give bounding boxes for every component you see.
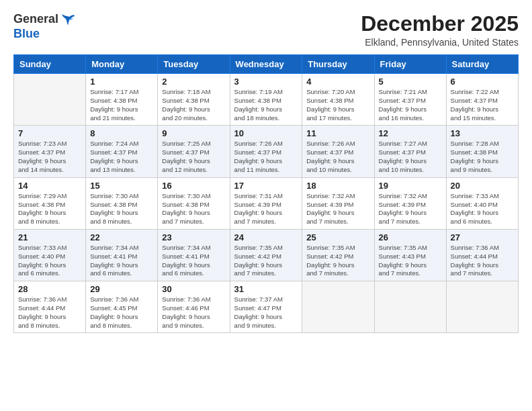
table-cell	[302, 281, 374, 333]
day-number: 3	[234, 77, 298, 87]
title-block: December 2025 Elkland, Pennsylvania, Uni…	[361, 12, 519, 48]
day-info: Sunrise: 7:21 AM Sunset: 4:37 PM Dayligh…	[379, 88, 442, 122]
page-header: General Blue December 2025 Elkland, Penn…	[13, 12, 519, 48]
table-cell: 26Sunrise: 7:35 AM Sunset: 4:43 PM Dayli…	[374, 229, 446, 281]
table-cell: 29Sunrise: 7:36 AM Sunset: 4:45 PM Dayli…	[86, 281, 158, 333]
day-info: Sunrise: 7:35 AM Sunset: 4:42 PM Dayligh…	[306, 244, 369, 278]
day-number: 2	[162, 77, 225, 87]
logo-general: General	[13, 12, 58, 26]
table-cell: 11Sunrise: 7:26 AM Sunset: 4:37 PM Dayli…	[302, 126, 374, 177]
calendar-week-row: 14Sunrise: 7:29 AM Sunset: 4:38 PM Dayli…	[14, 177, 519, 229]
month-title: December 2025	[361, 12, 519, 36]
table-cell: 3Sunrise: 7:19 AM Sunset: 4:38 PM Daylig…	[230, 74, 302, 126]
table-cell: 23Sunrise: 7:34 AM Sunset: 4:41 PM Dayli…	[158, 229, 230, 281]
table-cell: 22Sunrise: 7:34 AM Sunset: 4:41 PM Dayli…	[86, 229, 158, 281]
table-cell	[374, 281, 446, 333]
day-number: 25	[306, 232, 369, 242]
day-info: Sunrise: 7:31 AM Sunset: 4:39 PM Dayligh…	[234, 192, 298, 226]
col-wednesday: Wednesday	[230, 55, 302, 74]
day-number: 1	[90, 77, 153, 87]
calendar-week-row: 1Sunrise: 7:17 AM Sunset: 4:38 PM Daylig…	[14, 74, 519, 126]
table-cell: 28Sunrise: 7:36 AM Sunset: 4:44 PM Dayli…	[14, 281, 86, 333]
day-info: Sunrise: 7:17 AM Sunset: 4:38 PM Dayligh…	[90, 88, 153, 122]
day-info: Sunrise: 7:25 AM Sunset: 4:37 PM Dayligh…	[162, 140, 225, 174]
day-number: 23	[162, 232, 225, 242]
day-info: Sunrise: 7:26 AM Sunset: 4:37 PM Dayligh…	[306, 140, 369, 174]
day-number: 11	[306, 128, 369, 138]
day-number: 24	[234, 232, 298, 242]
day-info: Sunrise: 7:19 AM Sunset: 4:38 PM Dayligh…	[234, 88, 298, 122]
table-cell: 17Sunrise: 7:31 AM Sunset: 4:39 PM Dayli…	[230, 177, 302, 229]
day-number: 16	[162, 181, 225, 191]
day-number: 28	[18, 284, 81, 294]
table-cell: 25Sunrise: 7:35 AM Sunset: 4:42 PM Dayli…	[302, 229, 374, 281]
table-cell: 30Sunrise: 7:36 AM Sunset: 4:46 PM Dayli…	[158, 281, 230, 333]
day-number: 19	[379, 181, 442, 191]
logo-bird-icon	[61, 13, 76, 27]
table-cell: 4Sunrise: 7:20 AM Sunset: 4:38 PM Daylig…	[302, 74, 374, 126]
table-cell: 10Sunrise: 7:26 AM Sunset: 4:37 PM Dayli…	[230, 126, 302, 177]
day-info: Sunrise: 7:27 AM Sunset: 4:37 PM Dayligh…	[379, 140, 442, 174]
table-cell: 27Sunrise: 7:36 AM Sunset: 4:44 PM Dayli…	[446, 229, 518, 281]
table-cell	[446, 281, 518, 333]
table-cell: 20Sunrise: 7:33 AM Sunset: 4:40 PM Dayli…	[446, 177, 518, 229]
day-number: 18	[306, 181, 369, 191]
calendar-week-row: 7Sunrise: 7:23 AM Sunset: 4:37 PM Daylig…	[14, 126, 519, 177]
day-info: Sunrise: 7:24 AM Sunset: 4:37 PM Dayligh…	[90, 140, 153, 174]
col-tuesday: Tuesday	[158, 55, 230, 74]
col-monday: Monday	[86, 55, 158, 74]
table-cell: 6Sunrise: 7:22 AM Sunset: 4:37 PM Daylig…	[446, 74, 518, 126]
day-info: Sunrise: 7:20 AM Sunset: 4:38 PM Dayligh…	[306, 88, 369, 122]
table-cell: 1Sunrise: 7:17 AM Sunset: 4:38 PM Daylig…	[86, 74, 158, 126]
logo-blue: Blue	[13, 27, 58, 41]
day-info: Sunrise: 7:30 AM Sunset: 4:38 PM Dayligh…	[162, 192, 225, 226]
day-info: Sunrise: 7:22 AM Sunset: 4:37 PM Dayligh…	[451, 88, 514, 122]
day-number: 15	[90, 181, 153, 191]
table-cell	[14, 74, 86, 126]
day-number: 14	[18, 181, 81, 191]
day-number: 10	[234, 128, 298, 138]
col-saturday: Saturday	[446, 55, 518, 74]
table-cell: 15Sunrise: 7:30 AM Sunset: 4:38 PM Dayli…	[86, 177, 158, 229]
location: Elkland, Pennsylvania, United States	[361, 37, 519, 48]
table-cell: 16Sunrise: 7:30 AM Sunset: 4:38 PM Dayli…	[158, 177, 230, 229]
table-cell: 5Sunrise: 7:21 AM Sunset: 4:37 PM Daylig…	[374, 74, 446, 126]
day-number: 21	[18, 232, 81, 242]
col-friday: Friday	[374, 55, 446, 74]
day-info: Sunrise: 7:32 AM Sunset: 4:39 PM Dayligh…	[306, 192, 369, 226]
day-number: 8	[90, 128, 153, 138]
day-info: Sunrise: 7:26 AM Sunset: 4:37 PM Dayligh…	[234, 140, 298, 174]
calendar-page: General Blue December 2025 Elkland, Penn…	[0, 0, 532, 411]
day-info: Sunrise: 7:36 AM Sunset: 4:46 PM Dayligh…	[162, 295, 225, 330]
day-info: Sunrise: 7:37 AM Sunset: 4:47 PM Dayligh…	[234, 295, 298, 330]
calendar-table: Sunday Monday Tuesday Wednesday Thursday…	[13, 54, 519, 333]
table-cell: 24Sunrise: 7:35 AM Sunset: 4:42 PM Dayli…	[230, 229, 302, 281]
table-cell: 8Sunrise: 7:24 AM Sunset: 4:37 PM Daylig…	[86, 126, 158, 177]
day-info: Sunrise: 7:29 AM Sunset: 4:38 PM Dayligh…	[18, 192, 81, 226]
day-number: 9	[162, 128, 225, 138]
day-number: 31	[234, 284, 298, 294]
calendar-header-row: Sunday Monday Tuesday Wednesday Thursday…	[14, 55, 519, 74]
day-info: Sunrise: 7:34 AM Sunset: 4:41 PM Dayligh…	[162, 244, 225, 278]
day-info: Sunrise: 7:35 AM Sunset: 4:42 PM Dayligh…	[234, 244, 298, 278]
day-number: 29	[90, 284, 153, 294]
table-cell: 21Sunrise: 7:33 AM Sunset: 4:40 PM Dayli…	[14, 229, 86, 281]
day-number: 26	[379, 232, 442, 242]
day-info: Sunrise: 7:36 AM Sunset: 4:44 PM Dayligh…	[451, 244, 514, 278]
day-number: 22	[90, 232, 153, 242]
col-sunday: Sunday	[14, 55, 86, 74]
table-cell: 19Sunrise: 7:32 AM Sunset: 4:39 PM Dayli…	[374, 177, 446, 229]
table-cell: 18Sunrise: 7:32 AM Sunset: 4:39 PM Dayli…	[302, 177, 374, 229]
table-cell: 13Sunrise: 7:28 AM Sunset: 4:38 PM Dayli…	[446, 126, 518, 177]
table-cell: 2Sunrise: 7:18 AM Sunset: 4:38 PM Daylig…	[158, 74, 230, 126]
day-number: 12	[379, 128, 442, 138]
day-info: Sunrise: 7:34 AM Sunset: 4:41 PM Dayligh…	[90, 244, 153, 278]
day-info: Sunrise: 7:23 AM Sunset: 4:37 PM Dayligh…	[18, 140, 81, 174]
day-info: Sunrise: 7:36 AM Sunset: 4:44 PM Dayligh…	[18, 295, 81, 330]
calendar-week-row: 21Sunrise: 7:33 AM Sunset: 4:40 PM Dayli…	[14, 229, 519, 281]
day-number: 27	[451, 232, 514, 242]
day-info: Sunrise: 7:28 AM Sunset: 4:38 PM Dayligh…	[451, 140, 514, 174]
day-number: 7	[18, 128, 81, 138]
day-info: Sunrise: 7:30 AM Sunset: 4:38 PM Dayligh…	[90, 192, 153, 226]
day-number: 30	[162, 284, 225, 294]
